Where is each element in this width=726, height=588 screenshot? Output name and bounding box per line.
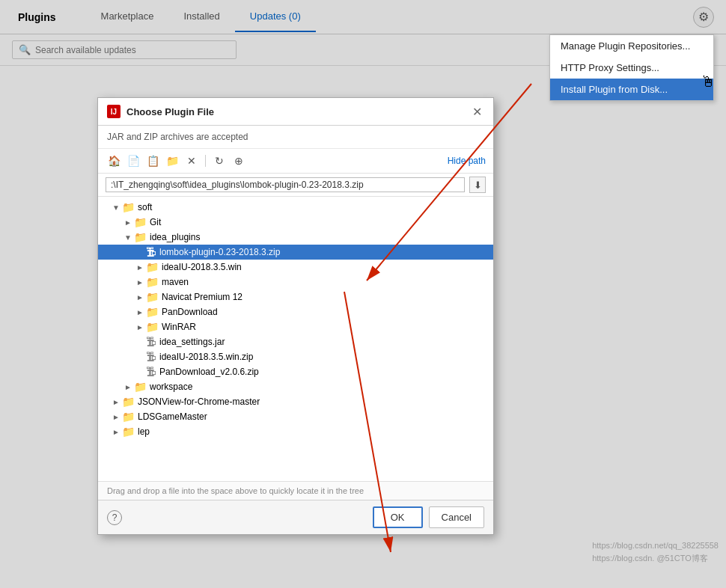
- tree-arrow-jsonview: ►: [110, 398, 122, 406]
- tree-item-pandownload-zip[interactable]: ► 🗜 PanDownload_v2.0.6.zip: [98, 364, 493, 379]
- folder-icon-lep: 📁: [122, 426, 135, 438]
- toolbar-copy-button[interactable]: 📋: [144, 153, 161, 169]
- watermark: https://blog.csdn.net/qq_38225558 https:…: [592, 539, 719, 566]
- tree-item-lombok[interactable]: ► 🗜 lombok-plugin-0.23-2018.3.zip: [98, 245, 493, 260]
- folder-icon-idea-plugins: 📁: [134, 231, 147, 243]
- help-button[interactable]: ?: [107, 510, 122, 525]
- file-toolbar: 🏠 📄 📋 📁 ✕ ↻ ⊕ Hide path: [98, 149, 493, 174]
- zip-icon-ideaiu: 🗜: [146, 351, 156, 363]
- tree-item-workspace[interactable]: ► 📁 workspace: [98, 379, 493, 394]
- tree-item-lep[interactable]: ► 📁 lep: [98, 424, 493, 439]
- tree-item-name-soft: soft: [138, 202, 152, 212]
- menu-item-http-proxy[interactable]: HTTP Proxy Settings...: [550, 57, 713, 79]
- tree-arrow-navicat: ►: [134, 293, 146, 301]
- folder-icon-winrar: 📁: [146, 321, 159, 333]
- hide-path-link[interactable]: Hide path: [448, 156, 486, 166]
- tree-item-name-maven: maven: [162, 277, 189, 287]
- tree-item-idea-plugins[interactable]: ▼ 📁 idea_plugins: [98, 230, 493, 245]
- tree-item-name-pandownload-zip: PanDownload_v2.0.6.zip: [159, 367, 259, 377]
- zip-icon-pandownload: 🗜: [146, 366, 156, 378]
- zip-icon-lombok: 🗜: [146, 246, 156, 258]
- tree-arrow-ldsgame: ►: [110, 413, 122, 421]
- dialog-title: Choose Plugin File: [126, 106, 214, 117]
- path-input[interactable]: [106, 177, 465, 192]
- tree-item-git[interactable]: ► 📁 Git: [98, 215, 493, 230]
- tree-arrow-pandownload: ►: [134, 308, 146, 316]
- dialog-footer: ? OK Cancel: [98, 500, 493, 534]
- toolbar-delete-button[interactable]: ✕: [183, 153, 200, 169]
- tree-item-name-lombok: lombok-plugin-0.23-2018.3.zip: [159, 247, 280, 257]
- watermark-line1: https://blog.csdn.net/qq_38225558: [592, 539, 719, 553]
- footer-buttons: OK Cancel: [373, 506, 484, 528]
- toolbar-folder-button[interactable]: 📁: [164, 153, 180, 169]
- file-tree: ▼ 📁 soft ► 📁 Git ▼ 📁 idea_plugins: [98, 197, 493, 481]
- folder-icon-jsonview: 📁: [122, 396, 135, 408]
- toolbar-doc-button[interactable]: 📄: [125, 153, 141, 169]
- tree-item-name-git: Git: [150, 217, 161, 227]
- tree-item-jsonview[interactable]: ► 📁 JSONView-for-Chrome-master: [98, 394, 493, 409]
- tree-item-winrar[interactable]: ► 📁 WinRAR: [98, 319, 493, 334]
- tree-item-soft[interactable]: ▼ 📁 soft: [98, 200, 493, 215]
- tree-item-name-idea-plugins: idea_plugins: [150, 232, 200, 242]
- folder-icon-maven: 📁: [146, 276, 159, 288]
- toolbar-home-button[interactable]: 🏠: [106, 153, 122, 169]
- toolbar-refresh-button[interactable]: ↻: [211, 153, 228, 169]
- path-download-button[interactable]: ⬇: [469, 177, 486, 193]
- tree-item-name-winrar: WinRAR: [162, 322, 196, 332]
- menu-item-install-disk[interactable]: Install Plugin from Disk...: [550, 79, 713, 100]
- tree-arrow-idea-plugins: ▼: [122, 233, 134, 242]
- tree-arrow-workspace: ►: [122, 383, 134, 391]
- tree-arrow-soft: ▼: [110, 203, 122, 212]
- toolbar-link-button[interactable]: ⊕: [231, 153, 247, 169]
- choose-plugin-dialog: IJ Choose Plugin File ✕ JAR and ZIP arch…: [97, 97, 494, 535]
- dialog-close-button[interactable]: ✕: [469, 104, 484, 119]
- tree-item-name-lep: lep: [138, 426, 150, 437]
- drag-hint: Drag and drop a file into the space abov…: [98, 481, 493, 500]
- tree-item-navicat[interactable]: ► 📁 Navicat Premium 12: [98, 290, 493, 304]
- tree-arrow-maven: ►: [134, 278, 146, 287]
- tree-item-ideaiu-zip[interactable]: ► 🗜 ideaIU-2018.3.5.win.zip: [98, 349, 493, 364]
- dropdown-menu: Manage Plugin Repositories... HTTP Proxy…: [549, 34, 714, 101]
- tree-item-name-navicat: Navicat Premium 12: [162, 292, 242, 302]
- dialog-title-content: IJ Choose Plugin File: [107, 105, 214, 118]
- tree-item-ideaiu-win[interactable]: ► 📁 ideaIU-2018.3.5.win: [98, 260, 493, 275]
- toolbar-separator: [205, 155, 206, 167]
- dialog-title-bar: IJ Choose Plugin File ✕: [98, 98, 493, 126]
- tree-arrow-git: ►: [122, 218, 134, 227]
- tree-item-maven[interactable]: ► 📁 maven: [98, 275, 493, 290]
- folder-icon-ldsgame: 📁: [122, 411, 135, 423]
- dialog-subtitle: JAR and ZIP archives are accepted: [98, 126, 493, 149]
- tree-item-name-ideaiu-win: ideaIU-2018.3.5.win: [162, 262, 242, 272]
- menu-item-manage-repos[interactable]: Manage Plugin Repositories...: [550, 35, 713, 57]
- plugins-window: Plugins Marketplace Installed Updates (0…: [0, 0, 726, 588]
- tree-arrow-winrar: ►: [134, 323, 146, 331]
- tree-item-name-jsonview: JSONView-for-Chrome-master: [138, 396, 260, 407]
- cancel-button[interactable]: Cancel: [429, 506, 484, 528]
- tree-item-ldsgame[interactable]: ► 📁 LDSGameMaster: [98, 409, 493, 424]
- folder-icon-soft: 📁: [122, 201, 135, 213]
- folder-icon-git: 📁: [134, 216, 147, 228]
- tree-item-name-ideaiu-zip: ideaIU-2018.3.5.win.zip: [159, 352, 253, 362]
- tree-arrow-lep: ►: [110, 428, 122, 436]
- tree-item-name-workspace: workspace: [150, 382, 192, 392]
- path-bar: ⬇: [98, 174, 493, 197]
- dialog-app-icon: IJ: [107, 105, 121, 118]
- tree-arrow-ideaiu-win: ►: [134, 263, 146, 272]
- tree-item-name-ldsgame: LDSGameMaster: [138, 411, 207, 422]
- folder-icon-workspace: 📁: [134, 381, 147, 393]
- folder-icon-ideaiu-win: 📁: [146, 261, 159, 273]
- tree-item-name-idea-settings: idea_settings.jar: [159, 337, 225, 347]
- folder-icon-pandownload: 📁: [146, 306, 159, 318]
- watermark-line2: https://blog.csdn. @51CTO博客: [592, 552, 719, 566]
- folder-icon-navicat: 📁: [146, 291, 159, 303]
- jar-icon-idea-settings: 🗜: [146, 336, 156, 348]
- tree-item-name-pandownload: PanDownload: [162, 307, 218, 317]
- tree-item-pandownload[interactable]: ► 📁 PanDownload: [98, 304, 493, 319]
- ok-button[interactable]: OK: [373, 506, 423, 528]
- tree-item-idea-settings[interactable]: ► 🗜 idea_settings.jar: [98, 334, 493, 349]
